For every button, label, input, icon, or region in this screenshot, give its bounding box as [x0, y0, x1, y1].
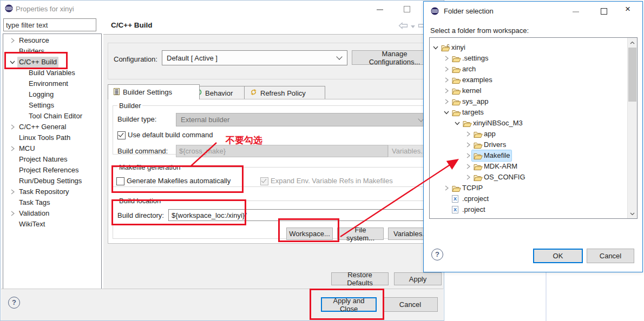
chevron-collapsed-icon[interactable] [464, 153, 472, 158]
tree-item-target[interactable]: Logging [27, 89, 55, 100]
tree-item-target[interactable]: Project References [17, 165, 81, 176]
chevron-collapsed-icon[interactable] [8, 124, 17, 130]
tree-item-settings[interactable]: .settings [430, 53, 628, 64]
tree-item-drivers[interactable]: Drivers [430, 139, 628, 150]
tree-item-project-references[interactable]: Project References [3, 165, 101, 176]
tree-item-validation[interactable]: Validation [3, 208, 101, 219]
tree-item-target[interactable]: Drivers [472, 139, 508, 150]
tree-item-target[interactable]: TCPIP [450, 183, 484, 193]
tree-item-tcpip[interactable]: TCPIP [430, 183, 628, 193]
chevron-collapsed-icon[interactable] [443, 99, 450, 104]
folder-cancel-button[interactable]: Cancel [587, 249, 634, 263]
tree-item-tool-chain-editor[interactable]: Tool Chain Editor [3, 111, 101, 122]
tree-item-target[interactable]: arch [450, 64, 477, 75]
tree-item-target[interactable]: Cxinyi [439, 42, 467, 53]
apply-button[interactable]: Apply [394, 272, 442, 285]
tree-item-target[interactable]: Build Variables [27, 68, 77, 78]
chevron-collapsed-icon[interactable] [8, 146, 17, 151]
chevron-collapsed-icon[interactable] [464, 142, 472, 148]
tab-builder-settings[interactable]: Builder Settings [108, 84, 200, 99]
chevron-collapsed-icon[interactable] [8, 38, 17, 43]
tree-item-build-variables[interactable]: Build Variables [3, 68, 101, 78]
tree-item-target[interactable]: sys_app [450, 96, 490, 107]
chevron-collapsed-icon[interactable] [443, 77, 450, 83]
tree-item-target[interactable]: app [472, 129, 497, 139]
configuration-select[interactable]: Default [ Active ] [162, 50, 347, 65]
tree-item-target[interactable]: X.project [450, 204, 487, 215]
ok-button[interactable]: OK [533, 249, 583, 263]
chevron-expanded-icon[interactable] [443, 111, 450, 115]
tree-item-target[interactable]: Settings [27, 100, 56, 111]
minimize-icon[interactable] [373, 4, 387, 15]
tree-item-target[interactable]: examples [450, 75, 494, 85]
tree-item-target[interactable]: targets [450, 107, 485, 118]
chevron-expanded-icon[interactable] [432, 46, 439, 50]
file-system-button[interactable]: File system... [337, 228, 384, 240]
tree-item-target[interactable]: Task Repository [17, 186, 70, 197]
tree-item-run-debug-settings[interactable]: Run/Debug Settings [3, 176, 101, 186]
chevron-collapsed-icon[interactable] [464, 164, 472, 169]
tree-item-os-config[interactable]: OS_CONFIG [430, 172, 628, 183]
tree-item-target[interactable]: MDK-ARM [472, 161, 519, 172]
close-icon[interactable]: × [621, 4, 635, 15]
chevron-collapsed-icon[interactable] [8, 211, 17, 216]
tree-item-arch[interactable]: arch [430, 64, 628, 75]
tree-item-target[interactable]: .settings [450, 53, 490, 64]
tree-item-target[interactable]: Resource [17, 35, 51, 46]
chevron-collapsed-icon[interactable] [443, 88, 450, 93]
chevron-collapsed-icon[interactable] [464, 175, 472, 180]
tree-item-mcu[interactable]: MCU [3, 143, 101, 154]
tree-item-targets[interactable]: targets [430, 107, 628, 118]
tree-item-task-tags[interactable]: Task Tags [3, 197, 101, 208]
tree-item-target[interactable]: Project Natures [17, 154, 69, 165]
tree-item-target[interactable]: X.cproject [450, 193, 490, 204]
tab-refresh-policy[interactable]: Refresh Policy [244, 86, 325, 99]
scrollbar-down-icon[interactable] [628, 209, 637, 218]
tree-item-target[interactable]: xinyiNBSoc_M3 [461, 118, 524, 129]
chevron-collapsed-icon[interactable] [443, 185, 450, 191]
tree-item-target[interactable]: Run/Debug Settings [17, 176, 83, 186]
help-icon[interactable]: ? [8, 297, 20, 309]
tree-item-examples[interactable]: examples [430, 75, 628, 85]
tree-item-project-natures[interactable]: Project Natures [3, 154, 101, 165]
use-default-build-command-checkbox[interactable] [117, 131, 126, 139]
tree-item-xinyi[interactable]: Cxinyi [430, 42, 628, 53]
tree-item-xinyinbsoc-m3[interactable]: xinyiNBSoc_M3 [430, 118, 628, 129]
restore-defaults-button[interactable]: Restore Defaults [331, 272, 389, 285]
tree-item-target[interactable]: Environment [27, 78, 70, 89]
tree-item-project[interactable]: X.project [430, 204, 628, 215]
scrollbar-thumb[interactable] [628, 48, 636, 102]
tree-item-task-repository[interactable]: Task Repository [3, 186, 101, 197]
tree-item-c-c-general[interactable]: C/C++ General [3, 122, 101, 132]
tree-item-resource[interactable]: Resource [3, 35, 101, 46]
tree-item-target[interactable]: Task Tags [17, 197, 52, 208]
tree-item-target[interactable]: Validation [17, 208, 51, 219]
chevron-collapsed-icon[interactable] [443, 56, 450, 61]
tree-item-environment[interactable]: Environment [3, 78, 101, 89]
tree-item-target[interactable]: WikiText [17, 219, 47, 230]
filter-input[interactable] [3, 18, 96, 31]
scrollbar-up-icon[interactable] [628, 38, 637, 47]
maximize-icon[interactable] [400, 4, 414, 15]
tree-item-target[interactable]: Linux Tools Path [17, 132, 72, 143]
tree-item-target[interactable]: kernel [450, 85, 483, 96]
chevron-collapsed-icon[interactable] [8, 189, 17, 195]
chevron-collapsed-icon[interactable] [443, 66, 450, 72]
maximize-icon[interactable] [597, 6, 611, 17]
tree-item-settings[interactable]: Settings [3, 100, 101, 111]
chevron-collapsed-icon[interactable] [464, 131, 472, 137]
tree-item-target[interactable]: OS_CONFIG [472, 172, 527, 183]
chevron-expanded-icon[interactable] [454, 122, 461, 125]
tree-item-target[interactable]: C/C++ General [17, 122, 68, 132]
tree-item-cproject[interactable]: X.cproject [430, 193, 628, 204]
tree-item-target[interactable]: Tool Chain Editor [27, 111, 84, 122]
tree-item-wikitext[interactable]: WikiText [3, 219, 101, 230]
tree-item-target[interactable]: MCU [17, 143, 37, 154]
tree-item-linux-tools-path[interactable]: Linux Tools Path [3, 132, 101, 143]
tree-item-makefile[interactable]: Makefile [430, 150, 628, 161]
tree-item-logging[interactable]: Logging [3, 89, 101, 100]
help-icon[interactable]: ? [431, 249, 443, 260]
tree-item-kernel[interactable]: kernel [430, 85, 628, 96]
tree-item-target[interactable]: Makefile [472, 150, 511, 161]
tree-item-mdk-arm[interactable]: MDK-ARM [430, 161, 628, 172]
